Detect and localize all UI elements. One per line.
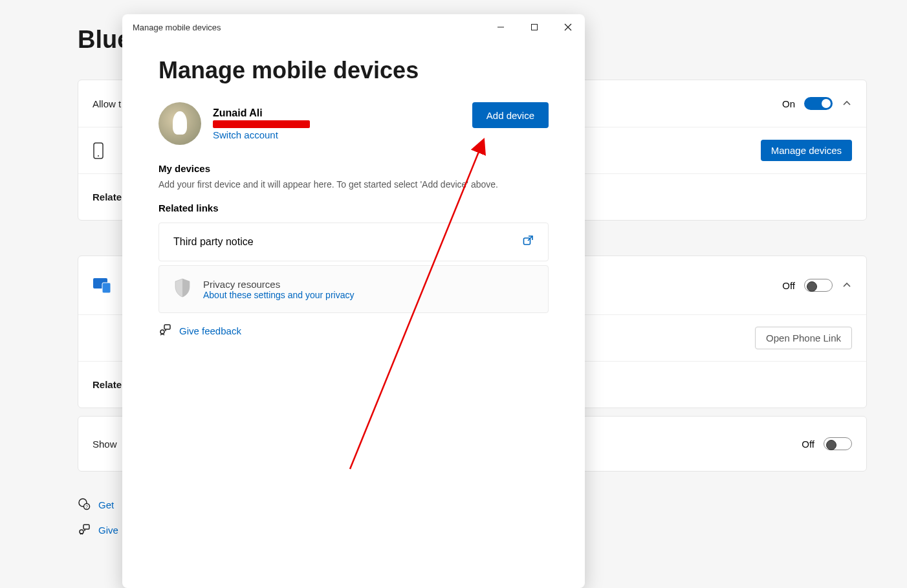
monitor-icon <box>93 277 116 294</box>
give-feedback-link[interactable]: Give feedback <box>158 323 549 338</box>
svg-rect-8 <box>83 525 89 529</box>
close-button[interactable] <box>551 14 585 40</box>
chevron-up-icon <box>842 98 852 109</box>
svg-point-7 <box>80 530 83 534</box>
related-links-title: Related links <box>158 202 549 213</box>
feedback-icon <box>78 523 91 538</box>
user-name: Zunaid Ali <box>213 107 310 119</box>
svg-text:?: ? <box>85 505 88 509</box>
close-icon <box>564 23 572 31</box>
privacy-text: Privacy resources About these settings a… <box>203 279 354 300</box>
third-party-notice-card[interactable]: Third party notice <box>158 223 549 261</box>
chevron-up-icon <box>842 280 852 290</box>
svg-rect-16 <box>164 325 170 329</box>
show-state-text: Off <box>802 439 814 450</box>
switch-account-link[interactable]: Switch account <box>213 129 310 140</box>
shield-icon <box>173 278 191 301</box>
privacy-link[interactable]: About these settings and your privacy <box>203 290 354 300</box>
open-phone-link-button[interactable]: Open Phone Link <box>755 327 852 349</box>
manage-devices-button[interactable]: Manage devices <box>761 140 852 161</box>
dialog-heading: Manage mobile devices <box>158 57 549 84</box>
feedback-icon <box>158 323 171 338</box>
redacted-email <box>213 120 310 128</box>
dialog-title: Manage mobile devices <box>133 23 484 32</box>
my-devices-desc: Add your first device and it will appear… <box>158 179 549 190</box>
minimize-button[interactable] <box>484 14 518 40</box>
add-device-button[interactable]: Add device <box>472 102 549 128</box>
phonelink-state-text: Off <box>782 280 795 291</box>
svg-rect-10 <box>532 25 538 30</box>
maximize-icon <box>530 23 538 31</box>
maximize-button[interactable] <box>518 14 551 40</box>
phone-icon <box>93 142 116 159</box>
allow-toggle[interactable] <box>804 97 833 110</box>
show-toggle[interactable] <box>824 437 852 450</box>
footer-get-label: Get <box>98 499 114 510</box>
svg-point-15 <box>160 330 164 334</box>
phonelink-toggle[interactable] <box>804 279 833 292</box>
my-devices-title: My devices <box>158 163 549 174</box>
help-icon: ? <box>78 497 91 512</box>
user-row: Zunaid Ali Switch account Add device <box>158 102 549 145</box>
privacy-card[interactable]: Privacy resources About these settings a… <box>158 265 549 313</box>
manage-devices-dialog: Manage mobile devices Manage mobile devi… <box>122 14 585 588</box>
dialog-titlebar: Manage mobile devices <box>122 14 585 40</box>
dialog-body: Manage mobile devices Zunaid Ali Switch … <box>122 40 585 351</box>
allow-state-text: On <box>782 98 795 109</box>
external-link-icon <box>522 235 534 249</box>
minimize-icon <box>497 23 505 31</box>
footer-give-label: Give <box>98 525 118 536</box>
svg-rect-3 <box>102 283 111 293</box>
privacy-title: Privacy resources <box>203 279 354 290</box>
give-feedback-label: Give feedback <box>179 325 241 336</box>
svg-point-1 <box>98 155 99 157</box>
user-info: Zunaid Ali Switch account <box>213 107 310 140</box>
third-party-notice-label: Third party notice <box>173 236 254 248</box>
avatar <box>158 102 201 145</box>
